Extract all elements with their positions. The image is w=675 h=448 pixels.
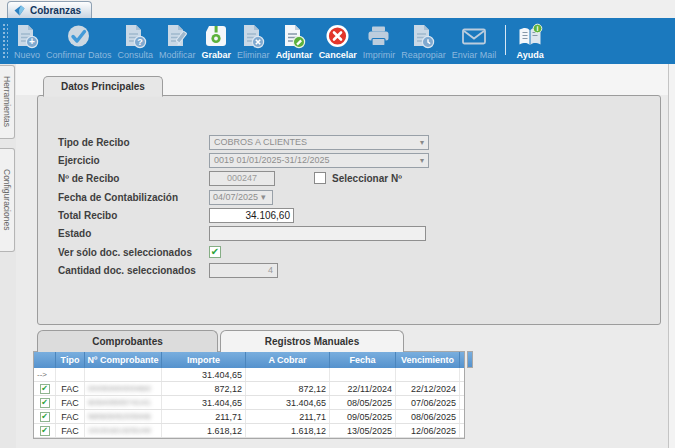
cell-fecha: 08/05/2025 bbox=[330, 396, 396, 409]
document-plus-icon: + bbox=[14, 22, 40, 50]
row-checkbox[interactable]: ✔ bbox=[40, 412, 50, 422]
cell-importe: 31.404,65 bbox=[162, 396, 246, 409]
tab-registros-manuales[interactable]: Registros Manuales bbox=[220, 330, 404, 352]
enviar-mail-button[interactable]: Enviar Mail bbox=[449, 18, 500, 64]
table-scrollbar-stub[interactable] bbox=[467, 351, 473, 368]
col-select[interactable] bbox=[34, 352, 56, 368]
document-pencil-icon bbox=[164, 22, 190, 50]
table-row[interactable]: ✔ FAC 6064959574141 31.404,65 31.404,65 … bbox=[34, 396, 464, 410]
toolbar-grip[interactable] bbox=[2, 23, 8, 59]
left-tab-strip: Herramientas Configuraciones bbox=[0, 64, 16, 448]
grabar-label: Grabar bbox=[202, 50, 232, 61]
ver-solo-checkbox[interactable]: ✔ bbox=[209, 246, 221, 258]
cell-comprobante-masked: 1915161325149 bbox=[88, 426, 151, 435]
table-row[interactable]: ✔ FAC 5856505205946 211,71 211,71 09/05/… bbox=[34, 410, 464, 424]
fecha-contabilizacion-picker[interactable]: 04/07/2025 ▾ bbox=[209, 190, 273, 205]
ayuda-label: Ayuda bbox=[517, 50, 544, 61]
numero-recibo-field[interactable]: 000247 bbox=[209, 171, 275, 186]
row-checkbox[interactable]: ✔ bbox=[40, 426, 50, 436]
cell-a-cobrar: 211,71 bbox=[246, 410, 330, 423]
sidebar-tab-herramientas[interactable]: Herramientas bbox=[0, 65, 15, 139]
table-row[interactable]: ✔ FAC 0005000000460 872,12 872,12 22/11/… bbox=[34, 382, 464, 396]
tipo-recibo-combo[interactable]: COBROS A CLIENTES ▾ bbox=[209, 135, 429, 150]
cantidad-field[interactable]: 4 bbox=[209, 263, 278, 278]
col-vencimiento[interactable]: Vencimiento bbox=[396, 352, 460, 368]
cell-vencimiento: 22/12/2024 bbox=[396, 382, 460, 395]
cell-comprobante-masked: 5856505205946 bbox=[88, 412, 151, 421]
col-tipo[interactable]: Tipo bbox=[56, 352, 85, 368]
col-a-cobrar[interactable]: A Cobrar bbox=[246, 352, 330, 368]
eliminar-button[interactable]: Eliminar bbox=[234, 18, 273, 64]
imprimir-button[interactable]: Imprimir bbox=[360, 18, 399, 64]
col-importe[interactable]: Importe bbox=[162, 352, 246, 368]
cell-vencimiento: 08/06/2025 bbox=[396, 410, 460, 423]
nuevo-label: Nuevo bbox=[14, 50, 40, 61]
reapropiar-button[interactable]: Reapropiar bbox=[398, 18, 449, 64]
col-fecha[interactable]: Fecha bbox=[330, 352, 396, 368]
grabar-button[interactable]: Grabar bbox=[199, 18, 235, 64]
document-x-icon bbox=[240, 22, 266, 50]
enviar-mail-label: Enviar Mail bbox=[452, 50, 497, 61]
cancelar-button[interactable]: Cancelar bbox=[316, 18, 360, 64]
printer-icon bbox=[365, 22, 392, 50]
cantidad-label: Cantidad doc. seleccionados bbox=[58, 265, 209, 276]
ejercicio-label: Ejercicio bbox=[58, 155, 209, 166]
table-row[interactable]: ✔ FAC 1915161325149 1.618,12 1.618,12 13… bbox=[34, 424, 464, 438]
cell-tipo: FAC bbox=[56, 382, 85, 395]
eliminar-label: Eliminar bbox=[237, 50, 270, 61]
cell-fecha: 22/11/2024 bbox=[330, 382, 396, 395]
estado-field[interactable] bbox=[209, 226, 426, 241]
sidebar-tab-configuraciones[interactable]: Configuraciones bbox=[0, 148, 15, 252]
row-checkbox[interactable]: ✔ bbox=[40, 398, 50, 408]
form-row-estado: Estado bbox=[58, 225, 426, 241]
application-window: Cobranzas + Nuevo bbox=[0, 0, 675, 448]
modificar-button[interactable]: Modificar bbox=[156, 18, 199, 64]
estado-label: Estado bbox=[58, 228, 209, 239]
nuevo-button[interactable]: + Nuevo bbox=[11, 18, 43, 64]
chevron-down-icon: ▾ bbox=[420, 156, 424, 165]
tab-comprobantes[interactable]: Comprobantes bbox=[37, 330, 218, 352]
cancelar-label: Cancelar bbox=[319, 50, 357, 61]
tipo-recibo-value: COBROS A CLIENTES bbox=[214, 137, 307, 147]
consulta-button[interactable]: ? Consulta bbox=[115, 18, 157, 64]
form-row-cantidad: Cantidad doc. seleccionados 4 bbox=[58, 262, 278, 278]
cantidad-value: 4 bbox=[268, 265, 273, 275]
form-row-fecha-contabilizacion: Fecha de Contabilización 04/07/2025 ▾ bbox=[58, 189, 273, 205]
cell-a-cobrar bbox=[246, 368, 330, 381]
right-edge-strip bbox=[668, 64, 675, 448]
row-checkbox[interactable]: ✔ bbox=[40, 384, 50, 394]
fecha-contabilizacion-label: Fecha de Contabilización bbox=[58, 192, 209, 203]
ejercicio-combo[interactable]: 0019 01/01/2025-31/12/2025 ▾ bbox=[209, 153, 429, 168]
cell-vencimiento bbox=[396, 368, 460, 381]
total-recibo-field[interactable]: 34.106,60 bbox=[209, 208, 294, 223]
col-comprobante[interactable]: Nº Comprobante bbox=[85, 352, 162, 368]
cell-importe: 31.404,65 bbox=[162, 368, 246, 381]
tab-datos-principales[interactable]: Datos Principales bbox=[43, 76, 163, 97]
total-recibo-value: 34.106,60 bbox=[246, 210, 291, 221]
confirmar-datos-button[interactable]: Confirmar Datos bbox=[43, 18, 115, 64]
cell-a-cobrar: 1.618,12 bbox=[246, 424, 330, 437]
form-row-numero-recibo: Nº de Recibo 000247 ✔ Seleccionar Nº bbox=[58, 170, 402, 186]
current-row-marker: --> bbox=[37, 370, 47, 379]
chevron-down-icon: ▾ bbox=[420, 138, 424, 147]
cell-comprobante-masked: 6064959574141 bbox=[88, 398, 151, 407]
table-row-summary[interactable]: --> 31.404,65 bbox=[34, 368, 464, 382]
window-tab-label: Cobranzas bbox=[30, 5, 81, 16]
window-tab-cobranzas[interactable]: Cobranzas bbox=[7, 1, 92, 18]
document-question-icon: ? bbox=[122, 22, 148, 50]
mail-icon bbox=[460, 22, 488, 50]
consulta-label: Consulta bbox=[118, 50, 154, 61]
svg-text:+: + bbox=[29, 36, 35, 47]
seleccionar-numero-checkbox[interactable]: ✔ bbox=[314, 172, 326, 184]
cell-comprobante-masked: 0005000000460 bbox=[88, 384, 151, 393]
form-row-ver-solo: Ver sólo doc. seleccionados ✔ bbox=[58, 244, 221, 260]
total-recibo-label: Total Recibo bbox=[58, 210, 209, 221]
cell-tipo: FAC bbox=[56, 410, 85, 423]
numero-recibo-value: 000247 bbox=[227, 173, 257, 183]
adjuntar-label: Adjuntar bbox=[276, 50, 313, 61]
ayuda-button[interactable]: i Ayuda bbox=[513, 18, 547, 64]
confirmar-datos-label: Confirmar Datos bbox=[46, 50, 112, 61]
reapropiar-label: Reapropiar bbox=[401, 50, 446, 61]
registros-manuales-label: Registros Manuales bbox=[265, 336, 359, 347]
adjuntar-button[interactable]: Adjuntar bbox=[273, 18, 316, 64]
